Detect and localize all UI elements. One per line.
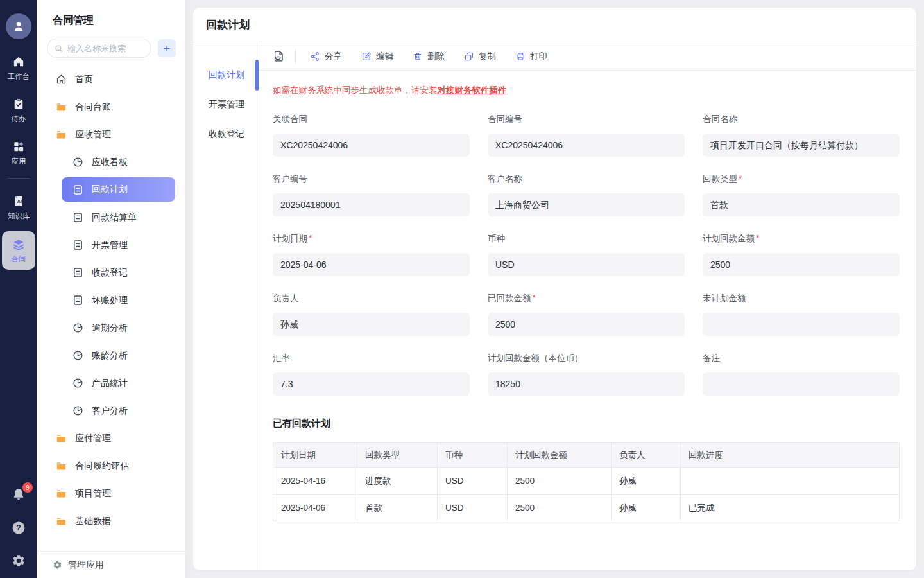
share-button[interactable]: 分享: [310, 51, 342, 62]
field-value[interactable]: 孙威: [273, 313, 470, 336]
required-mark: *: [309, 233, 312, 245]
col-owner: 负责人: [612, 443, 681, 468]
folder-icon: [55, 101, 67, 113]
field-value[interactable]: [703, 313, 900, 336]
table-row[interactable]: 2025-04-16 进度款 USD 2500 孙威: [273, 468, 900, 495]
field-label: 计划回款金额: [703, 233, 755, 245]
field-label: 汇率: [273, 353, 290, 364]
tab-invoice-mgmt[interactable]: 开票管理: [193, 90, 257, 119]
sidebar-item-customer-analysis[interactable]: 客户分析: [37, 397, 185, 425]
field-plan-date: 计划日期* 2025-04-06: [273, 233, 470, 276]
cell-currency: USD: [438, 495, 508, 521]
sidebar-item-product-stats[interactable]: 产品统计: [37, 369, 185, 397]
search-box[interactable]: [47, 39, 151, 58]
field-value[interactable]: 18250: [488, 372, 685, 396]
field-value[interactable]: [703, 372, 900, 396]
notification-badge: 9: [22, 482, 33, 493]
tab-label: 收款登记: [209, 128, 244, 140]
share-label: 分享: [325, 51, 342, 62]
field-label: 客户编号: [273, 173, 307, 185]
sidebar-item-receivable-mgmt[interactable]: 应收管理: [37, 121, 185, 148]
sidebar-item-invoice-mgmt[interactable]: 开票管理: [37, 231, 185, 259]
cell-payment-type: 进度款: [357, 468, 438, 495]
required-mark: *: [533, 293, 536, 304]
sidebar-item-label: 账龄分析: [92, 350, 128, 362]
edit-button[interactable]: 编辑: [361, 51, 393, 62]
add-button[interactable]: +: [158, 39, 176, 57]
form-grid: 关联合同 XC20250424006 合同编号 XC20250424006 合同…: [273, 114, 900, 396]
sidebar-item-receivable-board[interactable]: 应收看板: [37, 148, 185, 176]
field-value[interactable]: 2500: [703, 253, 900, 276]
copy-button[interactable]: 复制: [464, 51, 496, 62]
field-value[interactable]: 7.3: [273, 372, 470, 396]
tab-payment-plan[interactable]: 回款计划: [193, 60, 257, 90]
field-currency: 币种 USD: [488, 233, 685, 276]
folder-icon: [55, 432, 67, 444]
detail-card: 回款计划 回款计划 开票管理 收款登记: [193, 8, 916, 570]
field-label: 负责人: [273, 293, 299, 304]
field-value[interactable]: 2500: [488, 313, 685, 336]
manage-apps-button[interactable]: 管理应用: [37, 551, 185, 578]
field-value[interactable]: 项目开发开口合同（按每月结算付款）: [703, 134, 900, 157]
sidebar-item-performance-eval[interactable]: 合同履约评估: [37, 452, 185, 480]
copy-icon: [464, 51, 474, 62]
sidebar-item-payable-mgmt[interactable]: 应付管理: [37, 425, 185, 452]
sidebar-item-label: 基础数据: [75, 516, 111, 527]
document-icon: [72, 211, 84, 223]
sidebar-item-payment-settlement[interactable]: 回款结算单: [37, 204, 185, 231]
sidebar-item-bad-debt[interactable]: 坏账处理: [37, 286, 185, 314]
sidebar-item-project-mgmt[interactable]: 项目管理: [37, 480, 185, 507]
home-icon: [12, 55, 25, 68]
required-mark: *: [756, 233, 759, 245]
sidebar-item-aging-analysis[interactable]: 账龄分析: [37, 342, 185, 369]
rail-item-workbench[interactable]: 工作台: [0, 55, 37, 82]
trash-icon: [413, 51, 423, 62]
preview-document-button[interactable]: [273, 50, 285, 62]
manage-apps-label: 管理应用: [68, 559, 104, 571]
rail-item-label: 工作台: [8, 72, 30, 82]
sidebar-item-contract-ledger[interactable]: 合同台账: [37, 93, 185, 121]
field-contract-name: 合同名称 项目开发开口合同（按每月结算付款）: [703, 114, 900, 157]
field-value[interactable]: 202504180001: [273, 193, 470, 216]
printer-icon: [515, 51, 526, 62]
finance-plugin-link[interactable]: 对接财务软件插件: [438, 85, 507, 95]
col-payment-type: 回款类型: [357, 443, 438, 468]
cell-payment-type: 首款: [357, 495, 438, 521]
field-value[interactable]: 2025-04-06: [273, 253, 470, 276]
settings-button[interactable]: [12, 554, 26, 568]
sidebar-item-receipt-register[interactable]: 收款登记: [37, 259, 185, 286]
notifications-button[interactable]: 9: [11, 487, 26, 502]
sidebar-item-base-data[interactable]: 基础数据: [37, 507, 185, 535]
cell-progress: 已完成: [681, 495, 900, 521]
field-value[interactable]: USD: [488, 253, 685, 276]
ai-book-icon: AI: [12, 195, 25, 207]
avatar[interactable]: [6, 13, 31, 39]
sidebar-item-home[interactable]: 首页: [37, 66, 185, 93]
tab-receipt-register[interactable]: 收款登记: [193, 119, 257, 149]
user-icon: [12, 19, 26, 33]
field-value[interactable]: 上海商贸公司: [488, 193, 685, 216]
field-label: 币种: [488, 233, 505, 245]
sidebar-item-label: 合同履约评估: [75, 460, 129, 472]
cell-plan-date: 2025-04-16: [273, 468, 357, 495]
toolbar-divider: [295, 49, 296, 64]
cell-planned-amount: 2500: [508, 468, 612, 495]
field-value[interactable]: XC20250424006: [488, 134, 685, 157]
pie-chart-icon: [72, 322, 84, 334]
rail-item-contract-active[interactable]: 合同: [2, 231, 35, 270]
table-row[interactable]: 2025-04-06 首款 USD 2500 孙威 已完成: [273, 495, 900, 521]
field-value[interactable]: 首款: [703, 193, 900, 216]
rail-item-apps[interactable]: 应用: [0, 140, 37, 166]
help-button[interactable]: ?: [11, 520, 26, 536]
sidebar-item-overdue-analysis[interactable]: 逾期分析: [37, 314, 185, 342]
sidebar-item-payment-plan-selected[interactable]: 回款计划: [62, 177, 175, 202]
print-button[interactable]: 打印: [515, 51, 547, 62]
delete-button[interactable]: 删除: [413, 51, 445, 62]
field-planned-amount: 计划回款金额* 2500: [703, 233, 900, 276]
search-input[interactable]: [67, 44, 144, 53]
sidebar-item-label: 回款计划: [92, 184, 128, 195]
rail-item-todo[interactable]: 待办: [0, 98, 37, 124]
pie-chart-icon: [72, 377, 84, 389]
field-value[interactable]: XC20250424006: [273, 134, 470, 157]
rail-item-knowledge-base[interactable]: AI 知识库: [0, 195, 37, 221]
